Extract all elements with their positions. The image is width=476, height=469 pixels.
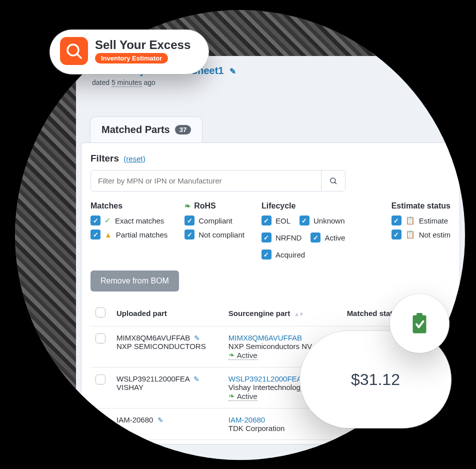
svg-line-5 [77,54,81,58]
pencil-icon[interactable]: ✎ [194,334,200,342]
uploaded-mpn: WSLP3921L2000FEA [116,374,190,383]
filters-reset-link[interactable]: (reset) [124,154,145,163]
leaf-icon: ❧ [228,350,235,360]
brand-pill: Sell Your Excess Inventory Estimator [50,30,208,74]
filter-group-estimate-status: Estimate status ✓ 📋 Estimate ✓ 📋 Not est… [392,202,450,260]
lifecycle-badge: ❧ Active [228,350,258,360]
filter-group-rohs: ❧ RoHS ✓ Compliant ✓ Not compliant [184,202,244,260]
uploaded-mpn: MIMX8QM6AVUFFAB [116,334,190,342]
checkbox-icon: ✓ [392,216,402,226]
pencil-icon[interactable]: ✎ [194,375,200,383]
last-updated: dated 5 minutes ago [92,78,449,86]
source-manufacturer: TDK Corporation [228,424,333,432]
lifecycle-badge: ❧ Active [228,392,258,401]
filters-heading: Filters (reset) [90,153,450,164]
filter-group-title: Estimate status [392,202,450,210]
checkbox-icon: ✓ [262,232,272,242]
filter-search-button[interactable] [321,170,345,191]
checkbox-icon: ✓ [392,230,402,240]
uploaded-manufacturer: VISHAY [116,383,218,392]
clipboard-check-icon [410,313,428,334]
filter-opt-active[interactable]: ✓Active [310,232,345,242]
filter-search [90,170,346,192]
uploaded-manufacturer: NXP SEMICONDUCTORS [116,342,218,350]
filter-opt-exact-matches[interactable]: ✓ ✓ Exact matches [90,216,168,226]
brand-subtitle: Inventory Estimator [95,53,168,64]
uploaded-mpn: IAM-20680 [116,416,153,424]
col-sourcengine-part[interactable]: Sourcengine part ▲▼ [224,300,338,326]
leaf-icon: ❧ [228,392,235,400]
filter-group-matches: Matches ✓ ✓ Exact matches ✓ ▲ Partial ma… [90,202,168,260]
price-value: $31.12 [351,370,400,389]
filter-opt-estimated[interactable]: ✓ 📋 Estimate [392,216,450,226]
filter-opt-acquired[interactable]: ✓Acquired [262,250,305,260]
checkbox-icon: ✓ [300,216,310,226]
source-mpn-link[interactable]: MIMX8QM6AVUFFAB [228,334,302,342]
checkbox-icon: ✓ [90,230,100,240]
row-checkbox[interactable] [96,374,106,384]
clipboard-icon: 📋 [406,230,415,239]
leaf-icon: ❧ [184,202,191,210]
tab-count-badge: 37 [175,125,191,134]
estimate-status-bubble [390,294,449,353]
checkbox-icon: ✓ [310,232,320,242]
filter-search-input[interactable] [91,170,321,191]
source-mpn-link[interactable]: WSLP3921L2000FEA [228,374,302,383]
checkbox-icon: ✓ [90,216,100,226]
filter-group-title: ❧ RoHS [184,202,244,210]
checkbox-icon: ✓ [184,230,194,240]
filter-opt-not-estimated[interactable]: ✓ 📋 Not estim [392,230,450,240]
clipboard-icon: 📋 [406,216,415,225]
filter-group-title: Lifecycle [262,202,374,210]
select-all-checkbox[interactable] [96,308,106,318]
filter-opt-unknown[interactable]: ✓Unknown [300,216,345,226]
filter-group-lifecycle: Lifecycle ✓EOL ✓Unknown ✓NRFND ✓Active ✓… [262,202,374,260]
filter-opt-not-compliant[interactable]: ✓ Not compliant [184,230,244,240]
svg-rect-2 [413,316,426,334]
warning-icon: ▲ [104,230,112,239]
checkbox-icon: ✓ [262,216,272,226]
pencil-icon[interactable]: ✎ [230,67,236,76]
checkbox-icon: ✓ [184,216,194,226]
svg-rect-3 [416,313,422,317]
source-mpn-link[interactable]: IAM-20680 [228,416,265,424]
remove-from-bom-button[interactable]: Remove from BOM [90,270,179,292]
brand-title: Sell Your Excess [95,38,190,52]
magnifier-q-icon [65,42,83,60]
filter-group-title: Matches [90,202,168,210]
check-icon: ✓ [104,216,111,225]
app-logo [60,37,88,65]
tab-matched-parts[interactable]: Matched Parts 37 [90,116,202,142]
filter-opt-compliant[interactable]: ✓ Compliant [184,216,244,226]
pencil-icon[interactable]: ✎ [158,416,164,424]
checkbox-icon: ✓ [262,250,272,260]
filter-opt-partial-matches[interactable]: ✓ ▲ Partial matches [90,230,168,240]
filter-opt-eol[interactable]: ✓EOL [262,216,290,226]
col-uploaded-part[interactable]: Uploaded part [112,300,224,326]
tab-label: Matched Parts [102,124,170,136]
search-icon [329,176,338,186]
tab-bar: Matched Parts 37 [76,116,465,142]
svg-point-0 [330,178,336,183]
filter-opt-nrfnd[interactable]: ✓NRFND [262,232,302,242]
sort-icon: ▲▼ [294,311,303,317]
svg-line-1 [334,182,336,184]
row-checkbox[interactable] [96,334,106,344]
filter-groups: Matches ✓ ✓ Exact matches ✓ ▲ Partial ma… [90,202,450,260]
